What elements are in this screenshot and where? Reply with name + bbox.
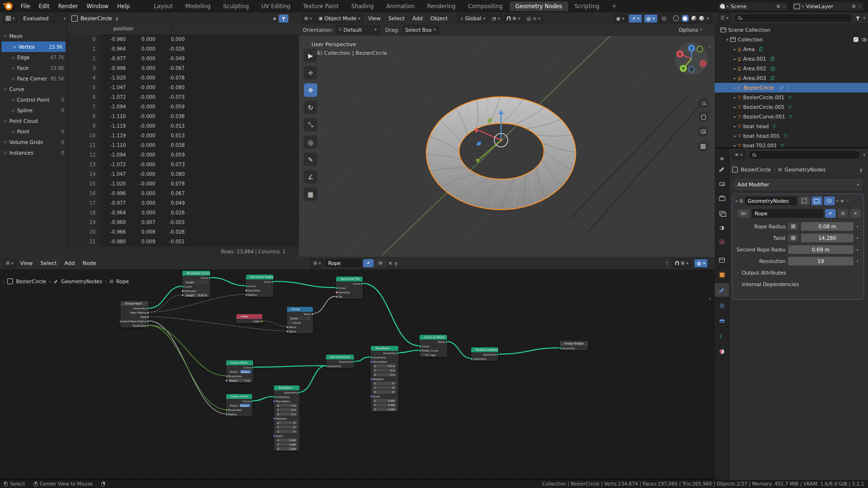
node-dropdown[interactable]: Divide⌄: [289, 317, 311, 320]
node-header[interactable]: ⌄Realize Instances: [471, 347, 498, 352]
node-checkbox[interactable]: [421, 354, 424, 356]
vector-field[interactable]: X1.000: [373, 399, 396, 402]
node-menu-select[interactable]: Select: [37, 260, 61, 266]
vector-field[interactable]: Y1.000: [373, 403, 396, 407]
data-source-mesh[interactable]: ▽Mesh: [0, 31, 67, 41]
tab-layout[interactable]: Layout: [148, 1, 178, 11]
node-curve-circle[interactable]: ⌄Curve CircleCurvePointsRadiusResolution…: [226, 394, 252, 416]
tab-tool[interactable]: [715, 162, 729, 176]
input-socket[interactable]: [559, 347, 562, 350]
output-socket[interactable]: [361, 282, 364, 285]
copy-icon[interactable]: ⧉: [777, 4, 780, 9]
node-divide[interactable]: ⌄DivideValueDivide⌄ClampValueValue: [287, 307, 313, 333]
disclosure-triangle-icon[interactable]: ▸: [734, 144, 736, 148]
table-row[interactable]: 14-1.047-0.0000.080: [68, 170, 299, 180]
input-socket[interactable]: [245, 285, 248, 288]
pin-icon[interactable]: [860, 169, 862, 171]
menu-render[interactable]: Render: [54, 0, 82, 13]
unlink-node-group-button[interactable]: ✕: [850, 209, 861, 218]
breadcrumb-modifier[interactable]: GeometryNodes: [785, 167, 826, 172]
tab-scripting[interactable]: Scripting: [569, 1, 605, 11]
disclosure-triangle-icon[interactable]: ▸: [734, 134, 736, 138]
node-set-curve-radius[interactable]: ⌄Set Curve RadiusCurveCurveSelectionRadi…: [246, 275, 273, 297]
input-socket[interactable]: [370, 356, 373, 359]
node-join-geometry[interactable]: ⌄Join GeometryGeometryGeometry: [326, 355, 354, 368]
disclosure-triangle-icon[interactable]: ▾: [726, 38, 728, 42]
data-source-vertex[interactable]: ▱Vertex23.9K: [1, 41, 66, 52]
hide-eye-icon[interactable]: [862, 38, 867, 41]
table-row[interactable]: 4-1.020-0.000-0.078: [68, 73, 299, 83]
chevron-down-icon[interactable]: ▾: [863, 16, 865, 20]
node-overlays-toggle[interactable]: ◍▾: [694, 259, 708, 268]
tab-view-layer[interactable]: [715, 206, 729, 220]
node-transform[interactable]: ⌄TransformGeometryGeometryTranslationX1 …: [274, 385, 299, 451]
points-button[interactable]: Points: [229, 404, 239, 407]
tab-constraints[interactable]: [715, 314, 729, 328]
collection-checkbox[interactable]: ✓: [854, 37, 858, 42]
output-socket[interactable]: [147, 320, 149, 323]
tree-browse-button[interactable]: ⊟▾: [311, 259, 324, 268]
input-socket[interactable]: [286, 326, 289, 329]
tab-geometry-nodes[interactable]: Geometry Nodes: [510, 1, 568, 11]
breadcrumb-modifier[interactable]: GeometryNodes: [61, 278, 102, 284]
vector-field[interactable]: Z0°: [373, 390, 396, 394]
outliner-item-area-002[interactable]: ▸Area.002: [715, 64, 868, 73]
close-icon[interactable]: ✕: [857, 3, 862, 10]
node-header[interactable]: ⌄Curve Circle: [226, 394, 252, 399]
output-socket[interactable]: [147, 307, 149, 310]
disclosure-triangle-icon[interactable]: ▸: [734, 124, 736, 129]
node-header[interactable]: ⌄Join Geometry: [326, 355, 354, 359]
table-row[interactable]: 2-0.9770.000-0.049: [68, 54, 299, 64]
node-menu-node[interactable]: Node: [79, 260, 100, 266]
node-header[interactable]: ⌄Transform: [371, 346, 398, 351]
vector-field[interactable]: Y0 m: [276, 408, 297, 411]
param-value-field[interactable]: 0.69 m: [788, 245, 854, 254]
move-tool[interactable]: ✥: [304, 83, 317, 97]
tab-render[interactable]: [715, 177, 729, 191]
modifier-name-field[interactable]: GeometryNodes: [745, 197, 797, 205]
scene-selector[interactable]: ▾ Scene ⧉ ✕: [718, 1, 789, 11]
vector-field[interactable]: Y1.000: [276, 443, 297, 446]
realtime-display-toggle[interactable]: [812, 197, 822, 205]
input-socket[interactable]: [370, 360, 373, 363]
data-source-spline[interactable]: ▱Spline0: [0, 105, 67, 116]
evaluated-dropdown[interactable]: Evaluated▾: [20, 14, 68, 23]
outliner-item-scene-collection[interactable]: Scene Collection: [715, 25, 868, 35]
proportional-editing-toggle[interactable]: ◎∩▾: [524, 14, 543, 23]
input-socket[interactable]: [470, 357, 473, 360]
output-socket[interactable]: [352, 360, 355, 363]
wireframe-shading-icon[interactable]: [673, 15, 679, 21]
blender-logo-icon[interactable]: [5, 2, 13, 10]
viewlayer-name[interactable]: ViewLayer: [806, 3, 850, 10]
tab-modifiers[interactable]: [715, 283, 729, 297]
vector-field[interactable]: X0.5 m: [373, 364, 396, 368]
geometry-node-editor[interactable]: ⊟▾ ViewSelectAddNode ⊟▾ Rope ✔ ⧉ ✕ ⇧ ⊞▾ …: [0, 257, 715, 480]
output-socket[interactable]: [271, 280, 274, 283]
viewport-menu-add[interactable]: Add: [408, 15, 426, 22]
outliner-item-beziercircle-005[interactable]: ▸▽BezierCircle.005▽: [715, 102, 868, 112]
vector-field[interactable]: Y0 m: [373, 369, 396, 372]
table-row[interactable]: 21-0.9800.009-0.051: [68, 237, 299, 247]
pan-hand-button[interactable]: [698, 112, 709, 122]
pin-icon[interactable]: [395, 262, 397, 264]
properties-editor-type-button[interactable]: ≡▾: [732, 150, 746, 159]
overlays-toggle[interactable]: ◍▾: [644, 14, 658, 23]
tab-rendering[interactable]: Rendering: [421, 1, 461, 11]
add-cube-tool[interactable]: ▦: [304, 187, 317, 201]
node-menu-view[interactable]: View: [16, 260, 37, 266]
delete-modifier-icon[interactable]: ✕: [841, 198, 844, 204]
node-transform[interactable]: ⌄TransformGeometryGeometryTranslationX0.…: [371, 346, 398, 411]
disclosure-triangle-icon[interactable]: ▸: [734, 105, 736, 109]
tab-scene[interactable]: ◑: [715, 221, 729, 234]
cursor-tool[interactable]: ✛: [304, 66, 317, 79]
output-socket[interactable]: [311, 313, 314, 316]
node-header[interactable]: ⌄Transform: [274, 385, 299, 390]
animate-dot-icon[interactable]: •: [856, 236, 859, 241]
input-attribute-toggle[interactable]: [788, 234, 799, 242]
pin-icon[interactable]: [116, 17, 118, 20]
viewport-canvas[interactable]: ZXY: [299, 13, 715, 257]
input-socket[interactable]: [419, 349, 421, 352]
output-socket[interactable]: [147, 316, 149, 318]
tab-modeling[interactable]: Modeling: [179, 1, 216, 11]
outliner-item-beziercircle[interactable]: ▸BezierCircle: [715, 83, 868, 92]
